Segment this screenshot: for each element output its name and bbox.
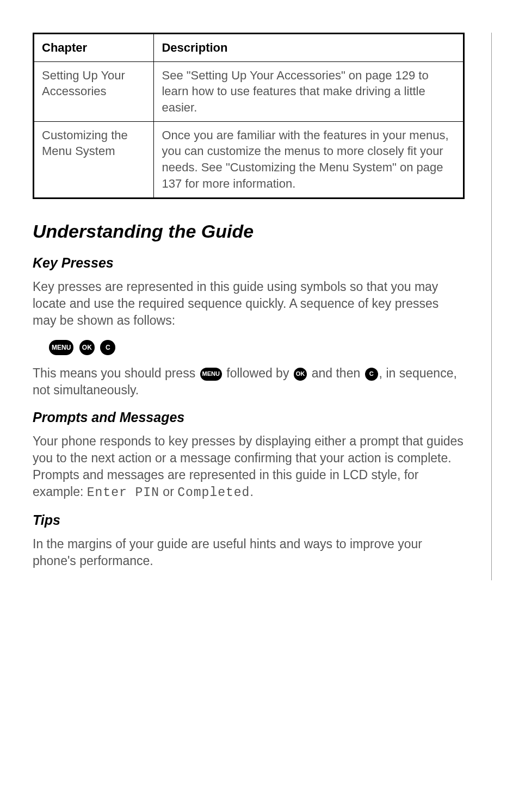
subsection-prompts: Prompts and Messages [33, 410, 465, 425]
text-part: This means you should press [33, 366, 199, 380]
text-part: and then [308, 366, 363, 380]
prompts-para: Your phone responds to key presses by di… [33, 433, 465, 501]
table-row: Customizing the Menu System Once you are… [34, 121, 464, 198]
chapter-cell: Customizing the Menu System [34, 121, 154, 198]
lcd-text: Enter PIN [87, 486, 159, 500]
text-part: . [250, 485, 253, 499]
header-chapter: Chapter [34, 34, 154, 62]
ok-icon: OK [294, 368, 307, 381]
page-content: Chapter Description Setting Up Your Acce… [33, 33, 481, 569]
description-cell: See "Setting Up Your Accessories" on pag… [154, 61, 464, 121]
key-presses-explain: This means you should press MENU followe… [33, 365, 465, 399]
menu-icon: MENU [200, 368, 222, 381]
table-header-row: Chapter Description [34, 34, 464, 62]
menu-icon: MENU [49, 340, 73, 355]
subsection-key-presses: Key Presses [33, 255, 465, 271]
subsection-tips: Tips [33, 512, 465, 528]
header-description: Description [154, 34, 464, 62]
section-title: Understanding the Guide [33, 221, 465, 242]
chapter-cell: Setting Up Your Accessories [34, 61, 154, 121]
ok-icon: OK [79, 340, 95, 355]
description-cell: Once you are familiar with the features … [154, 121, 464, 198]
c-icon: C [100, 340, 115, 355]
table-row: Setting Up Your Accessories See "Setting… [34, 61, 464, 121]
margin-divider [491, 33, 492, 580]
c-icon: C [365, 368, 378, 381]
key-sequence-example: MENU OK C [33, 340, 465, 355]
tips-para: In the margins of your guide are useful … [33, 536, 465, 569]
text-part: or [159, 485, 177, 499]
chapter-table: Chapter Description Setting Up Your Acce… [33, 33, 465, 199]
lcd-text: Completed [177, 486, 250, 500]
key-presses-intro: Key presses are represented in this guid… [33, 278, 465, 329]
text-part: followed by [223, 366, 293, 380]
